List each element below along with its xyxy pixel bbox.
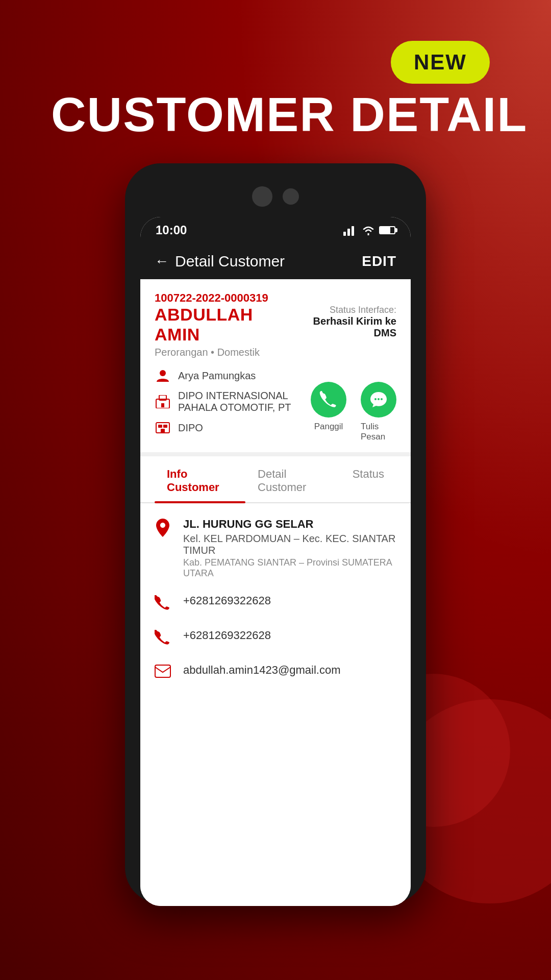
camera-area	[140, 179, 411, 217]
svg-rect-8	[158, 425, 162, 428]
phone-screen: 10:00	[140, 217, 411, 906]
svg-point-12	[378, 398, 380, 400]
address-line1: JL. HURUNG GG SELAR	[183, 518, 396, 531]
signal-icon	[343, 225, 358, 236]
branch-icon	[155, 420, 171, 436]
edit-button[interactable]: EDIT	[362, 253, 396, 270]
battery-icon	[379, 226, 395, 234]
content-area: 100722-2022-0000319 ABDULLAH AMIN Perora…	[140, 279, 411, 906]
phone1-row: +6281269322628	[155, 594, 396, 614]
agent-row: Arya Pamungkas	[155, 368, 311, 384]
branch-row: DIPO	[155, 420, 311, 436]
camera-dot-main	[252, 186, 272, 207]
svg-rect-14	[155, 665, 170, 677]
customer-type: Perorangan • Domestik	[155, 347, 294, 358]
tab-status[interactable]: Status	[340, 456, 396, 502]
svg-rect-6	[161, 403, 164, 407]
call-button[interactable]: Panggil	[311, 382, 346, 442]
svg-rect-10	[161, 429, 165, 433]
camera-dot-secondary	[283, 188, 299, 205]
email-icon	[155, 665, 173, 683]
email-row: abdullah.amin1423@gmail.com	[155, 664, 396, 683]
status-icons	[343, 225, 395, 236]
back-arrow-icon[interactable]: ←	[155, 253, 169, 270]
email-address[interactable]: abdullah.amin1423@gmail.com	[183, 664, 341, 677]
svg-point-3	[160, 370, 166, 376]
customer-name: ABDULLAH AMIN	[155, 305, 294, 345]
location-icon	[155, 519, 173, 537]
svg-point-11	[374, 398, 377, 400]
app-bar: ← Detail Customer EDIT	[140, 243, 411, 279]
tab-detail-customer[interactable]: Detail Customer	[245, 456, 340, 502]
call-button-circle[interactable]	[311, 382, 346, 418]
status-interface-block: Status Interface: Berhasil Kirim ke DMS	[294, 305, 396, 339]
card-bottom: Arya Pamungkas DIPO INTERN	[155, 358, 396, 442]
address-texts: JL. HURUNG GG SELAR Kel. KEL PARDOMUAN –…	[183, 518, 396, 579]
call-label: Panggil	[314, 422, 343, 432]
address-line2: Kel. KEL PARDOMUAN – Kec. KEC. SIANTAR T…	[183, 533, 396, 556]
svg-rect-0	[343, 232, 346, 236]
action-buttons: Panggil Tulis Pesan	[311, 382, 396, 442]
status-time: 10:00	[156, 223, 187, 237]
address-row: JL. HURUNG GG SELAR Kel. KEL PARDOMUAN –…	[155, 518, 396, 579]
message-button[interactable]: Tulis Pesan	[361, 382, 396, 442]
customer-header-row: ABDULLAH AMIN Perorangan • Domestik Stat…	[155, 305, 396, 358]
svg-rect-2	[352, 226, 354, 236]
phone2-row: +6281269322628	[155, 629, 396, 648]
app-bar-title: Detail Customer	[175, 253, 285, 270]
agent-icon	[155, 368, 171, 384]
status-bar: 10:00	[140, 217, 411, 243]
phone2-number[interactable]: +6281269322628	[183, 629, 271, 642]
app-bar-left[interactable]: ← Detail Customer	[155, 253, 285, 270]
company-row: DIPO INTERNASIONAL PAHALA OTOMOTIF, PT	[155, 390, 311, 413]
page-title: CUSTOMER DETAIL	[51, 87, 528, 142]
phone1-icon	[155, 595, 173, 614]
new-badge: NEW	[391, 41, 490, 84]
message-button-circle[interactable]	[361, 382, 396, 418]
agent-name: Arya Pamungkas	[178, 370, 256, 382]
wifi-icon	[362, 225, 375, 235]
status-interface-value: Berhasil Kirim ke DMS	[294, 315, 396, 339]
customer-id: 100722-2022-0000319	[155, 291, 268, 304]
info-customer-content: JL. HURUNG GG SELAR Kel. KEL PARDOMUAN –…	[140, 503, 411, 713]
branch-name: DIPO	[178, 422, 203, 434]
phone1-number[interactable]: +6281269322628	[183, 594, 271, 607]
address-line3: Kab. PEMATANG SIANTAR – Provinsi SUMATER…	[183, 557, 396, 579]
company-icon	[155, 394, 171, 410]
phone-mockup: 10:00	[125, 163, 426, 903]
company-name: DIPO INTERNASIONAL PAHALA OTOMOTIF, PT	[178, 390, 311, 413]
message-label: Tulis Pesan	[361, 422, 396, 442]
tabs-bar: Info Customer Detail Customer Status	[140, 456, 411, 503]
status-interface-label: Status Interface:	[294, 305, 396, 315]
customer-card: 100722-2022-0000319 ABDULLAH AMIN Perora…	[140, 279, 411, 456]
svg-point-13	[381, 398, 383, 400]
svg-rect-9	[163, 425, 167, 428]
tab-info-customer[interactable]: Info Customer	[155, 456, 245, 502]
info-rows: Arya Pamungkas DIPO INTERN	[155, 368, 311, 442]
svg-rect-1	[347, 229, 350, 236]
customer-name-block: ABDULLAH AMIN Perorangan • Domestik	[155, 305, 294, 358]
phone2-icon	[155, 630, 173, 648]
